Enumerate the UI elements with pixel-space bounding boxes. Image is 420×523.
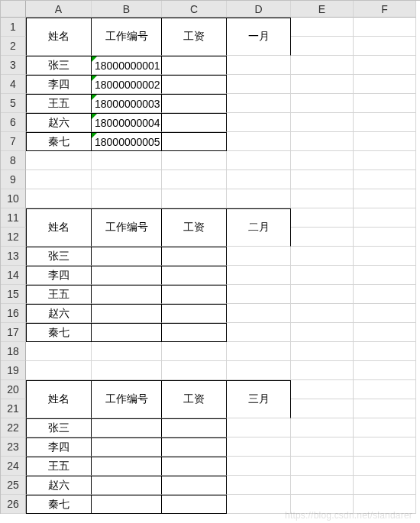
cell-C19[interactable]: [162, 361, 227, 380]
cell-E7[interactable]: [291, 132, 354, 151]
cell-F19[interactable]: [354, 361, 416, 380]
cell-B10[interactable]: [92, 189, 162, 208]
cell-E5[interactable]: [291, 94, 354, 113]
cell-D17[interactable]: [227, 323, 291, 342]
cell-F25[interactable]: [354, 476, 416, 495]
cell-C9[interactable]: [162, 170, 227, 189]
cell-C13[interactable]: [162, 247, 227, 266]
cell-B6[interactable]: 18000000004: [92, 113, 162, 132]
cell-E4[interactable]: [291, 75, 354, 94]
cell-A23[interactable]: 李四: [26, 437, 92, 457]
cell-F18[interactable]: [354, 342, 416, 361]
cell-B14[interactable]: [92, 266, 162, 285]
cell-C23[interactable]: [162, 437, 227, 457]
cell-D1[interactable]: 一月: [227, 18, 291, 56]
cell-C11[interactable]: 工资: [162, 208, 227, 247]
row-header-14[interactable]: 14: [1, 266, 26, 285]
cell-E1[interactable]: [291, 18, 354, 37]
cell-D22[interactable]: [227, 418, 291, 437]
cell-F8[interactable]: [354, 151, 416, 170]
row-header-23[interactable]: 23: [1, 437, 26, 457]
cell-A20[interactable]: 姓名: [26, 380, 92, 418]
cell-E17[interactable]: [291, 323, 354, 342]
cell-C15[interactable]: [162, 285, 227, 304]
cell-A18[interactable]: [26, 342, 92, 361]
row-header-20[interactable]: 20: [1, 380, 26, 399]
cell-C5[interactable]: [162, 94, 227, 113]
spreadsheet-grid[interactable]: A B C D E F 1 姓名 工作编号 工资 一月 2 3 张三 18000…: [0, 0, 420, 514]
cell-F13[interactable]: [354, 247, 416, 266]
row-header-6[interactable]: 6: [1, 113, 26, 132]
cell-B22[interactable]: [92, 418, 162, 437]
row-header-9[interactable]: 9: [1, 170, 26, 189]
cell-F21[interactable]: [354, 399, 416, 418]
cell-F17[interactable]: [354, 323, 416, 342]
cell-C17[interactable]: [162, 323, 227, 342]
cell-E22[interactable]: [291, 418, 354, 437]
row-header-19[interactable]: 19: [1, 361, 26, 380]
row-header-24[interactable]: 24: [1, 457, 26, 476]
cell-F15[interactable]: [354, 285, 416, 304]
cell-B15[interactable]: [92, 285, 162, 304]
cell-D9[interactable]: [227, 170, 291, 189]
cell-B1[interactable]: 工作编号: [92, 18, 162, 56]
cell-E3[interactable]: [291, 56, 354, 75]
cell-D10[interactable]: [227, 189, 291, 208]
row-header-13[interactable]: 13: [1, 247, 26, 266]
row-header-3[interactable]: 3: [1, 56, 26, 75]
cell-B4[interactable]: 18000000002: [92, 75, 162, 94]
cell-D7[interactable]: [227, 132, 291, 151]
col-header-B[interactable]: B: [92, 1, 162, 18]
cell-F16[interactable]: [354, 304, 416, 323]
row-header-15[interactable]: 15: [1, 285, 26, 304]
cell-E16[interactable]: [291, 304, 354, 323]
cell-C10[interactable]: [162, 189, 227, 208]
cell-A17[interactable]: 秦七: [26, 323, 92, 342]
cell-A26[interactable]: 秦七: [26, 495, 92, 514]
row-header-18[interactable]: 18: [1, 342, 26, 361]
cell-B3[interactable]: 18000000001: [92, 56, 162, 75]
col-header-A[interactable]: A: [26, 1, 92, 18]
cell-B19[interactable]: [92, 361, 162, 380]
cell-C1[interactable]: 工资: [162, 18, 227, 56]
cell-E20[interactable]: [291, 380, 354, 399]
cell-A7[interactable]: 秦七: [26, 132, 92, 151]
cell-D8[interactable]: [227, 151, 291, 170]
cell-C4[interactable]: [162, 75, 227, 94]
row-header-4[interactable]: 4: [1, 75, 26, 94]
cell-F12[interactable]: [354, 228, 416, 247]
cell-A22[interactable]: 张三: [26, 418, 92, 437]
cell-A1[interactable]: 姓名: [26, 18, 92, 56]
cell-A11[interactable]: 姓名: [26, 208, 92, 247]
cell-F24[interactable]: [354, 457, 416, 476]
cell-D6[interactable]: [227, 113, 291, 132]
cell-D11[interactable]: 二月: [227, 208, 291, 247]
cell-C22[interactable]: [162, 418, 227, 437]
cell-D19[interactable]: [227, 361, 291, 380]
cell-F20[interactable]: [354, 380, 416, 399]
cell-A4[interactable]: 李四: [26, 75, 92, 94]
cell-A19[interactable]: [26, 361, 92, 380]
cell-F14[interactable]: [354, 266, 416, 285]
row-header-7[interactable]: 7: [1, 132, 26, 151]
cell-A24[interactable]: 王五: [26, 457, 92, 476]
cell-E11[interactable]: [291, 208, 354, 228]
cell-C26[interactable]: [162, 495, 227, 514]
col-header-D[interactable]: D: [227, 1, 291, 18]
cell-D13[interactable]: [227, 247, 291, 266]
row-header-5[interactable]: 5: [1, 94, 26, 113]
cell-C18[interactable]: [162, 342, 227, 361]
cell-F10[interactable]: [354, 189, 416, 208]
cell-F11[interactable]: [354, 208, 416, 228]
row-header-26[interactable]: 26: [1, 495, 26, 514]
row-header-11[interactable]: 11: [1, 208, 26, 228]
cell-C20[interactable]: 工资: [162, 380, 227, 418]
cell-C16[interactable]: [162, 304, 227, 323]
cell-E6[interactable]: [291, 113, 354, 132]
row-header-25[interactable]: 25: [1, 476, 26, 495]
cell-F3[interactable]: [354, 56, 416, 75]
cell-E18[interactable]: [291, 342, 354, 361]
cell-C6[interactable]: [162, 113, 227, 132]
cell-B17[interactable]: [92, 323, 162, 342]
cell-E25[interactable]: [291, 476, 354, 495]
